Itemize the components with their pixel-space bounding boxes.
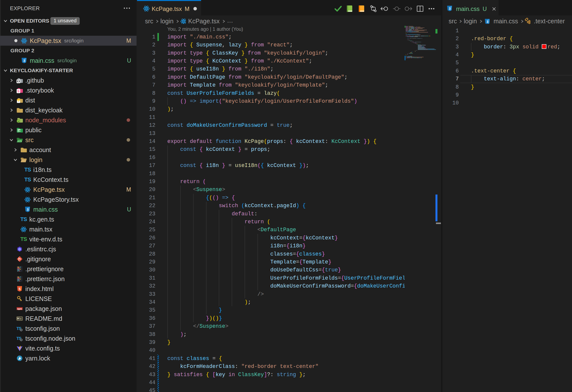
svg-text:s: s [18, 120, 19, 123]
svg-text:3: 3 [449, 7, 450, 10]
svg-text:3: 3 [23, 59, 25, 63]
svg-text:5: 5 [19, 287, 20, 291]
svg-text:3: 3 [27, 208, 28, 211]
svg-text:npm: npm [17, 308, 22, 310]
svg-text:S: S [17, 89, 20, 93]
svg-text:</>: </> [17, 140, 22, 143]
